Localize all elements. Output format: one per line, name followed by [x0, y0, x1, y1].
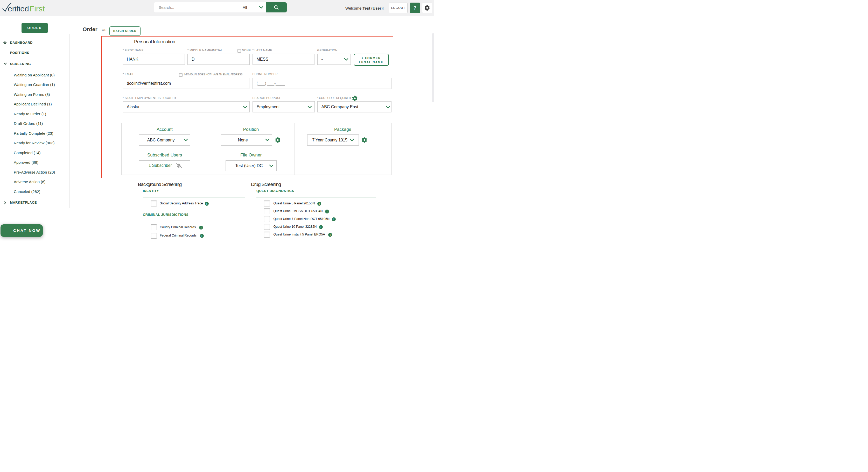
svg-text:erified: erified: [8, 4, 29, 13]
svg-text:First: First: [30, 4, 45, 13]
